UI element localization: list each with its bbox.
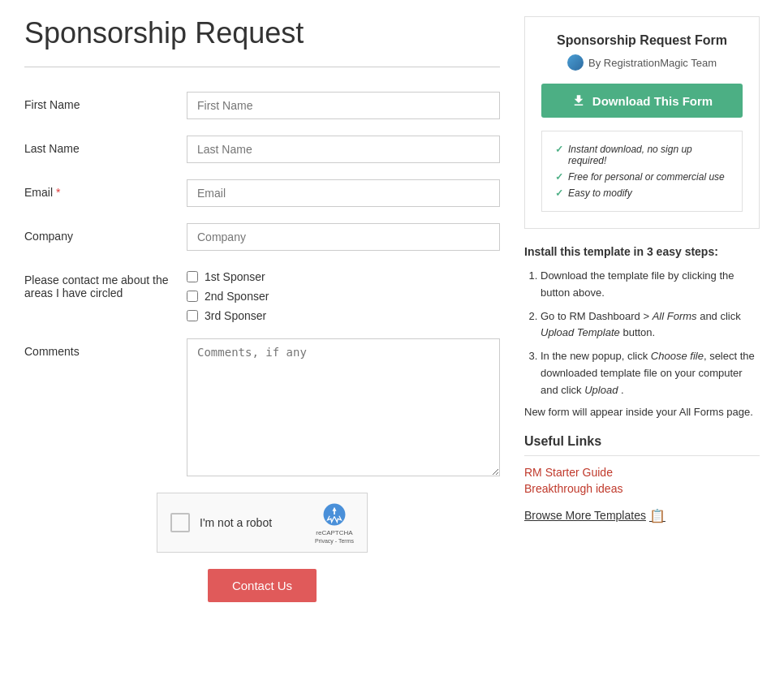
recaptcha-brand: reCAPTCHA: [316, 529, 352, 536]
first-name-input[interactable]: [187, 92, 500, 119]
first-name-label: First Name: [24, 92, 187, 111]
recaptcha-checkbox[interactable]: [170, 513, 190, 532]
download-icon: [571, 93, 586, 108]
sponsor-label: Please contact me about the areas I have…: [24, 267, 187, 299]
all-forms-ref: All Forms: [653, 310, 697, 322]
sidebar-author: By RegistrationMagic Team: [541, 54, 743, 71]
sponsor-2nd-label: 2nd Sponser: [205, 290, 269, 303]
sponsor-2nd-checkbox[interactable]: [187, 291, 198, 302]
download-button[interactable]: Download This Form: [541, 84, 743, 118]
last-name-input[interactable]: [187, 136, 500, 163]
sponsor-3rd-item[interactable]: 3rd Sponser: [187, 309, 269, 322]
install-note: New form will appear inside your All For…: [524, 406, 760, 418]
author-icon: [567, 54, 584, 71]
sidebar: Sponsorship Request Form By Registration…: [524, 16, 760, 602]
title-divider: [24, 67, 500, 67]
useful-links-section: Useful Links RM Starter Guide Breakthrou…: [524, 434, 760, 523]
choose-file-ref: Choose file: [651, 350, 704, 362]
sponsor-1st-label: 1st Sponser: [205, 270, 265, 283]
useful-links-title: Useful Links: [524, 434, 760, 449]
recaptcha-wrapper: I'm not a robot reCAPTCHA Privacy - Term…: [24, 493, 500, 553]
sponsor-row: Please contact me about the areas I have…: [24, 267, 500, 322]
upload-template-ref: Upload Template: [541, 326, 620, 338]
install-section: Install this template in 3 easy steps: D…: [524, 245, 760, 418]
feature-item-3: Easy to modify: [555, 185, 729, 201]
sponsor-1st-checkbox[interactable]: [187, 271, 198, 282]
sponsor-2nd-item[interactable]: 2nd Sponser: [187, 290, 269, 303]
main-content: Sponsorship Request First Name Last Name…: [24, 16, 500, 602]
first-name-row: First Name: [24, 92, 500, 119]
all-forms-note-ref: All Forms: [679, 406, 724, 418]
browse-more-icon: 📋: [649, 508, 666, 523]
sponsor-checkbox-group: 1st Sponser 2nd Sponser 3rd Sponser: [187, 267, 269, 322]
install-title: Install this template in 3 easy steps:: [524, 245, 760, 258]
submit-wrapper: Contact Us: [24, 569, 500, 602]
sponsor-3rd-label: 3rd Sponser: [205, 309, 266, 322]
email-row: Email *: [24, 179, 500, 207]
recaptcha-links: Privacy - Terms: [315, 538, 354, 544]
breakthrough-ideas-link[interactable]: Breakthrough ideas: [524, 482, 760, 495]
author-name: By RegistrationMagic Team: [588, 57, 717, 69]
browse-more-templates[interactable]: Browse More Templates 📋: [524, 508, 666, 523]
comments-label: Comments: [24, 338, 187, 358]
recaptcha-label: I'm not a robot: [200, 516, 305, 529]
submit-button[interactable]: Contact Us: [208, 569, 317, 602]
install-step-1: Download the template file by clicking t…: [541, 268, 760, 302]
recaptcha-icon: [321, 502, 347, 528]
feature-item-1: Instant download, no sign up required!: [555, 141, 729, 169]
last-name-label: Last Name: [24, 136, 187, 155]
sidebar-form-title: Sponsorship Request Form: [541, 33, 743, 48]
sidebar-card: Sponsorship Request Form By Registration…: [524, 16, 760, 229]
recaptcha-logo-area: reCAPTCHA Privacy - Terms: [315, 502, 354, 544]
feature-item-2: Free for personal or commercial use: [555, 169, 729, 185]
browse-more-label: Browse More Templates: [524, 509, 646, 522]
useful-links-divider: [524, 455, 760, 456]
install-step-3: In the new popup, click Choose file, sel…: [541, 348, 760, 398]
comments-row: Comments: [24, 338, 500, 476]
install-step-2: Go to RM Dashboard > All Forms and click…: [541, 308, 760, 342]
last-name-row: Last Name: [24, 136, 500, 163]
upload-ref: Upload: [584, 384, 618, 396]
company-input[interactable]: [187, 223, 500, 251]
recaptcha-box[interactable]: I'm not a robot reCAPTCHA Privacy - Term…: [157, 493, 368, 553]
sponsor-1st-item[interactable]: 1st Sponser: [187, 270, 269, 283]
company-row: Company: [24, 223, 500, 251]
email-label: Email *: [24, 179, 187, 199]
page-title: Sponsorship Request: [24, 16, 500, 50]
company-label: Company: [24, 223, 187, 243]
comments-input[interactable]: [187, 338, 500, 476]
email-input[interactable]: [187, 179, 500, 207]
rm-starter-guide-link[interactable]: RM Starter Guide: [524, 466, 760, 479]
feature-list: Instant download, no sign up required! F…: [541, 131, 743, 212]
required-indicator: *: [56, 186, 60, 199]
sponsor-3rd-checkbox[interactable]: [187, 310, 198, 321]
download-label: Download This Form: [592, 94, 713, 108]
install-steps: Download the template file by clicking t…: [524, 268, 760, 399]
